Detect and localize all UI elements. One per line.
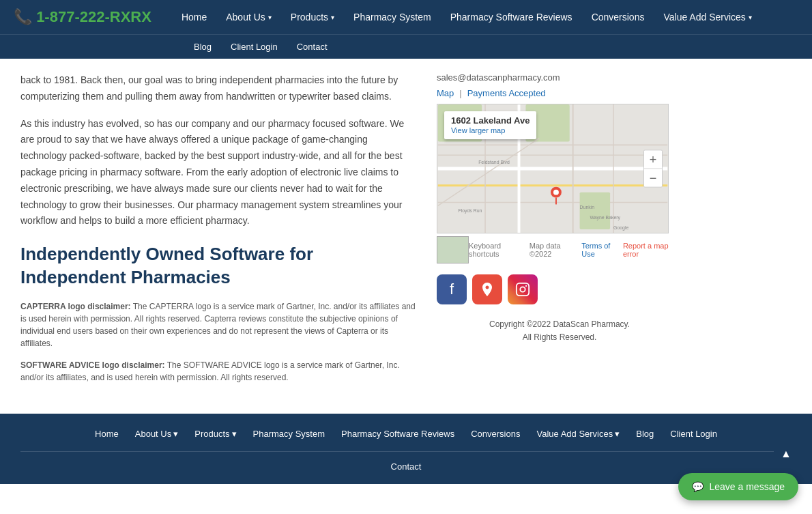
svg-text:Wayne Bakery: Wayne Bakery [590,215,620,220]
view-larger-map-link[interactable]: View larger map [451,126,505,134]
instagram-icon[interactable] [508,274,538,304]
capterra-disclaimer-label: CAPTERRA logo disclaimer: [20,302,131,311]
zoom-in-button[interactable]: + [644,151,662,169]
google-maps-icon[interactable] [472,274,502,304]
map-thumbnail [437,236,469,263]
copyright-text: Copyright ©2022 DataScan Pharmacy. All R… [437,318,682,344]
top-navigation: 📞 1-877-222-RXRX Home About Us ▾ Product… [0,0,812,34]
scroll-top-icon: ▲ [781,448,792,460]
svg-text:Google: Google [613,225,628,231]
instagram-svg [515,282,530,297]
email-address: sales@datascanpharmacy.com [437,72,682,83]
svg-text:Dunkin: Dunkin [580,205,595,210]
footer-blog[interactable]: Blog [628,426,662,442]
nav-home[interactable]: Home [172,0,216,34]
zoom-out-button[interactable]: − [644,169,662,187]
vas-chevron-icon: ▾ [749,14,752,21]
footer-value-add-services[interactable]: Value Add Services ▾ [528,426,628,442]
map-embed[interactable]: Floyds Run Dunkin Wayne Bakery Feldstand… [437,104,669,233]
map-data-credit: Map data ©2022 [530,242,581,258]
nav-client-login[interactable]: Client Login [221,35,287,59]
svg-rect-22 [517,283,529,296]
map-bottom-bar: Keyboard shortcuts Map data ©2022 Terms … [437,236,682,263]
main-content: back to 1981. Back then, our goal was to… [0,59,812,414]
footer-about-us[interactable]: About Us ▾ [127,426,186,442]
map-payment-links: Map | Payments Accepted [437,88,682,98]
capterra-disclaimer: CAPTERRA logo disclaimer: The CAPTERRA l… [20,300,416,349]
nav-contact[interactable]: Contact [287,35,337,59]
phone-icon: 📞 [14,8,32,25]
footer-conversions[interactable]: Conversions [463,426,528,442]
chat-button[interactable]: 💬 Leave a message [678,473,798,484]
secondary-navigation: Blog Client Login Contact [0,34,812,59]
footer-pharmacy-system[interactable]: Pharmacy System [245,426,333,442]
social-icons: f [437,274,682,304]
primary-nav-links: Home About Us ▾ Products ▾ Pharmacy Syst… [172,0,798,34]
nav-products[interactable]: Products ▾ [281,0,344,34]
phone-number: 1-877-222-RXRX [36,8,151,25]
map-container: Floyds Run Dunkin Wayne Bakery Feldstand… [437,104,682,263]
scroll-top-button[interactable]: ▲ [774,442,798,466]
payments-link[interactable]: Payments Accepted [467,88,546,98]
nav-conversions[interactable]: Conversions [582,0,654,34]
facebook-icon[interactable]: f [437,274,467,304]
svg-point-23 [520,287,525,291]
nav-pharmacy-software-reviews[interactable]: Pharmacy Software Reviews [441,0,582,34]
footer-about-chevron: ▾ [173,429,178,439]
copyright-line1: Copyright ©2022 DataScan Pharmacy. [489,319,630,329]
body-text-2: As this industry has evolved, so has our… [20,116,416,230]
footer-products-chevron: ▾ [232,429,237,439]
terms-of-use-link[interactable]: Terms of Use [581,242,623,258]
chat-label: Leave a message [709,481,785,484]
softwareadvice-disclaimer-label: SOFTWARE ADVICE logo disclaimer: [20,360,165,370]
section-heading: Independently Owned Software for Indepen… [20,243,416,289]
left-column: back to 1981. Back then, our goal was to… [20,72,416,400]
chat-icon: 💬 [692,481,704,484]
report-map-error-link[interactable]: Report a map error [623,242,682,258]
about-chevron-icon: ▾ [268,14,272,21]
footer-client-login[interactable]: Client Login [662,426,725,442]
separator: | [459,88,461,98]
footer-contact[interactable]: Contact [383,459,430,474]
footer-nav-secondary: Contact [20,452,792,484]
maps-svg [479,281,495,298]
products-chevron-icon: ▾ [331,14,334,21]
map-info-box: 1602 Lakeland Ave View larger map [444,111,536,139]
footer-nav-primary: Home About Us ▾ Products ▾ Pharmacy Syst… [20,426,792,452]
svg-point-24 [525,285,527,287]
nav-blog[interactable]: Blog [184,35,221,59]
svg-point-15 [553,190,559,195]
footer-vas-chevron: ▾ [615,429,620,439]
footer-home[interactable]: Home [87,426,127,442]
softwareadvice-disclaimer: SOFTWARE ADVICE logo disclaimer: The SOF… [20,359,416,384]
copyright-line2: All Rights Reserved. [523,332,597,342]
keyboard-shortcuts: Keyboard shortcuts [469,242,530,258]
map-zoom-controls: + − [643,150,663,188]
svg-text:Feldstand Blvd: Feldstand Blvd [478,160,510,165]
nav-pharmacy-system[interactable]: Pharmacy System [344,0,441,34]
right-column: sales@datascanpharmacy.com Map | Payment… [437,72,682,400]
svg-rect-12 [580,192,611,229]
nav-value-add-services[interactable]: Value Add Services ▾ [654,0,761,34]
nav-about[interactable]: About Us ▾ [216,0,281,34]
svg-text:Floyds Run: Floyds Run [458,208,482,214]
footer-products[interactable]: Products ▾ [186,426,244,442]
logo[interactable]: 📞 1-877-222-RXRX [14,8,151,26]
map-address-line1: 1602 Lakeland Ave [451,115,530,126]
footer-pharmacy-software-reviews[interactable]: Pharmacy Software Reviews [333,426,463,442]
body-text-1: back to 1981. Back then, our goal was to… [20,72,416,105]
map-link[interactable]: Map [437,88,454,98]
